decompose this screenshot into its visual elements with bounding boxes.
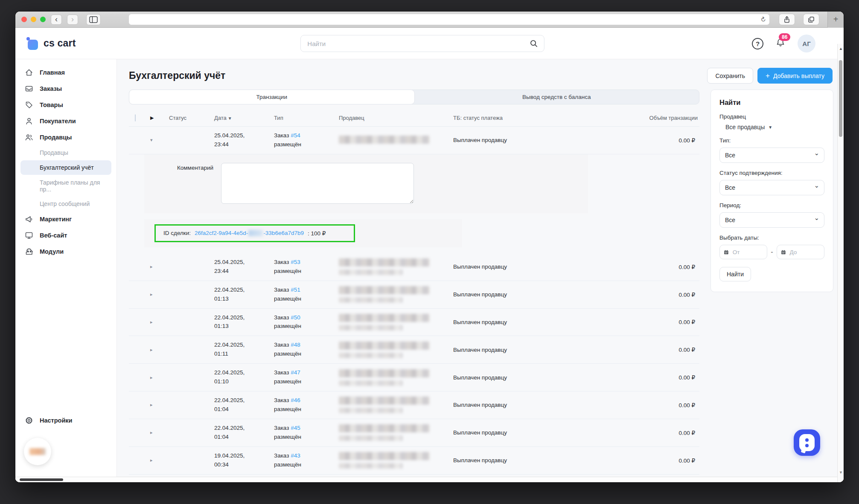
expand-arrow-icon[interactable]: ▸ [150,319,169,325]
close-button[interactable] [21,17,27,22]
sidebar-item-orders[interactable]: Заказы [15,81,116,97]
col-status[interactable]: Статус [169,115,214,121]
sidebar-toggle-button[interactable] [86,14,101,25]
order-link[interactable]: #51 [291,287,300,293]
table-row[interactable]: ▸ 22.04.2025,01:10 Заказ #47 размещён [129,364,699,391]
sidebar-item-settings[interactable]: Настройки [15,412,116,429]
vendor-name-redacted [339,314,429,322]
col-date[interactable]: Дата▼ [214,115,274,121]
table-row-expanded[interactable]: ▾ 25.04.2025,23:44 Заказ #54 размещён Вы… [129,127,699,154]
forward-button[interactable]: › [67,14,78,25]
vertical-scrollbar[interactable]: ▲ ▼ [837,44,844,482]
type-select[interactable]: Все [719,148,824,163]
order-link[interactable]: #43 [291,452,300,459]
sidebar-item-vendors[interactable]: Продавцы [15,129,116,145]
type-filter-label: Тип: [719,137,824,144]
avatar[interactable]: АГ [798,35,815,52]
save-button[interactable]: Сохранить [707,68,753,84]
expand-arrow-icon[interactable]: ▸ [150,430,169,435]
filter-search-button[interactable]: Найти [719,267,751,281]
minimize-button[interactable] [31,17,36,22]
share-button[interactable] [779,14,795,25]
expand-arrow-icon[interactable]: ▸ [150,264,169,269]
sidebar-item-marketing[interactable]: Маркетинг [15,211,116,227]
address-bar[interactable]: ↻ [128,14,770,25]
help-icon[interactable]: ? [752,38,763,49]
vendors-dropdown[interactable]: Все продавцы ▼ [719,124,824,130]
sidebar-item-products[interactable]: Товары [15,97,116,113]
expand-arrow-icon[interactable]: ▸ [150,402,169,408]
col-type[interactable]: Тип [274,115,339,121]
confirmation-select[interactable]: Все [719,180,824,195]
tab-withdrawals[interactable]: Вывод средств с баланса [414,90,699,104]
search-icon[interactable] [529,39,538,48]
order-link[interactable]: #46 [291,397,300,403]
sidebar-sub-message-center[interactable]: Центр сообщений [15,197,116,211]
sidebar-item-website[interactable]: Веб-сайт [15,227,116,243]
period-select[interactable]: Все [719,212,824,228]
table-row[interactable]: ▸ 22.04.2025,01:11 Заказ #48 размещён [129,336,699,364]
order-link[interactable]: #54 [291,132,300,139]
add-payout-button[interactable]: + Добавить выплату [757,68,833,84]
expand-arrow-icon[interactable]: ▸ [150,375,169,380]
sidebar-sub-accounting[interactable]: Бухгалтерский учёт [20,160,111,175]
tag-icon [25,101,33,109]
table-row[interactable]: ▸ 25.04.2025,23:44 Заказ #53 размещён [129,253,699,281]
new-tab-button[interactable]: + [827,12,844,28]
comment-textarea[interactable] [221,163,414,204]
date-to-input[interactable] [789,249,820,256]
table-row[interactable]: ▸ 22.04.2025,01:04 Заказ #45 размещён [129,419,699,447]
col-vendor[interactable]: Продавец [339,115,453,121]
collapse-arrow-icon[interactable]: ▾ [150,137,169,143]
user-avatar[interactable] [24,438,51,465]
reload-icon[interactable]: ↻ [759,15,768,24]
table-row[interactable]: ▸ 22.04.2025,01:04 Заказ #46 размещён [129,391,699,419]
order-link[interactable]: #45 [291,425,300,431]
plus-icon: + [766,72,770,79]
horizontal-scroll-thumb[interactable] [20,478,63,481]
date-from-input[interactable] [732,249,763,256]
horizontal-scrollbar[interactable] [15,477,837,482]
chat-widget-button[interactable] [794,429,820,456]
table-row[interactable]: ▸ 22.04.2025,01:13 Заказ #50 размещён [129,309,699,336]
confirmation-select-wrap: Все [719,180,824,195]
sidebar-sub-vendors[interactable]: Продавцы [15,145,116,160]
sidebar-item-addons[interactable]: Модули [15,243,116,260]
chevron-down-icon: ▼ [768,125,772,130]
col-amount[interactable]: Объём транзакции [634,115,698,121]
vendor-name-redacted-line2 [339,435,403,441]
tab-transactions[interactable]: Транзакции [129,90,415,104]
sidebar-item-customers[interactable]: Покупатели [15,113,116,129]
order-link[interactable]: #48 [291,342,300,348]
table-rows: ▸ 25.04.2025,23:44 Заказ #53 размещён [129,253,699,482]
order-link[interactable]: #53 [291,259,300,265]
page-title: Бухгалтерский учёт [129,70,225,81]
expand-arrow-icon[interactable]: ▸ [150,458,169,463]
table-row[interactable]: ▸ 19.04.2025,00:34 Заказ #43 размещён [129,447,699,475]
fullscreen-button[interactable] [40,17,46,22]
scroll-up-arrow-icon[interactable]: ▲ [839,46,843,51]
expand-all-arrow-icon[interactable]: ▶ [150,115,169,121]
order-link[interactable]: #47 [291,369,300,376]
col-payment-status[interactable]: ТБ: статус платежа [453,115,634,121]
app-header: cs cart ? 86 АГ [15,28,844,59]
vendor-name-redacted [339,258,429,266]
cscart-logo[interactable]: cs cart [26,37,76,50]
table-row[interactable]: ▸ 22.04.2025,01:13 Заказ #51 размещён [129,281,699,309]
cscart-logo-text: cs cart [44,38,76,49]
sidebar-sub-tariff-plans[interactable]: Тарифные планы для пр... [15,175,116,197]
expand-arrow-icon[interactable]: ▸ [150,292,169,297]
notifications-bell[interactable]: 86 [775,38,786,49]
global-search-input[interactable] [306,40,529,48]
tabs-overview-button[interactable] [803,14,819,25]
back-button[interactable]: ‹ [51,14,62,25]
sidebar-item-home[interactable]: Главная [15,64,116,81]
scroll-down-arrow-icon[interactable]: ▼ [839,470,843,475]
deal-id-link[interactable]: 26fa2cf2-9a94-4e5d--33b6e6a7d7b9 [195,230,304,236]
order-link[interactable]: #50 [291,314,300,321]
select-all-checkbox[interactable] [135,114,136,122]
date-from-field [719,245,767,259]
vertical-scroll-thumb[interactable] [839,60,842,137]
expand-arrow-icon[interactable]: ▸ [150,347,169,353]
vendor-name-redacted [339,342,429,350]
